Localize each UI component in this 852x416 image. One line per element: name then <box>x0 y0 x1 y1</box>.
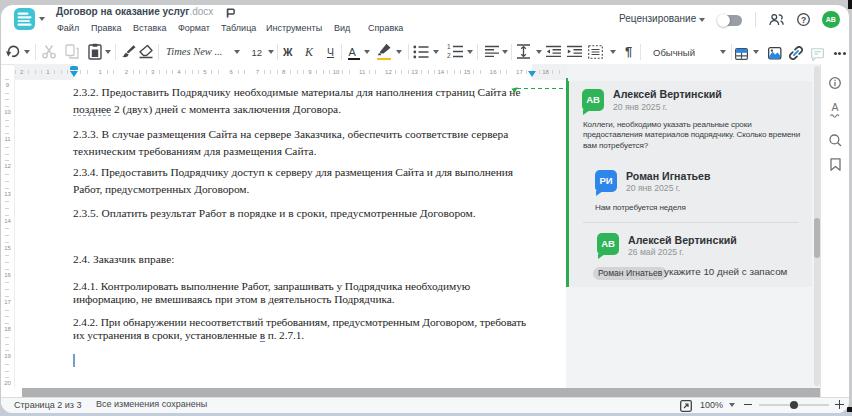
svg-text:2: 2 <box>447 52 451 59</box>
svg-text:?: ? <box>801 15 806 25</box>
svg-text:1: 1 <box>447 44 451 50</box>
